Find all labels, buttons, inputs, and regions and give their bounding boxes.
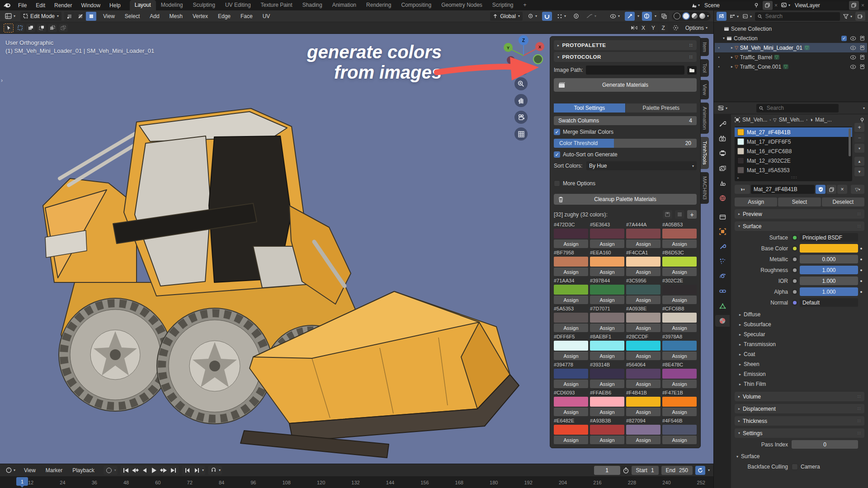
workspace-tab[interactable]: Texture Paint [256,0,297,10]
timeline-editor-icon[interactable]: ▾ [4,466,18,475]
collapsed-panel-header[interactable]: ▸Volume∷ [735,392,864,401]
disable-render-camera-icon[interactable] [859,64,865,69]
image-path-input[interactable] [586,66,684,75]
swatch-assign-button[interactable]: Assign [626,239,660,248]
fake-user-shield-icon[interactable] [816,185,826,194]
workspace-tab[interactable]: Shading [297,0,327,10]
sync-dropdown-arrow[interactable]: ▾ [708,468,710,472]
viewlayer-name-field[interactable]: ViewLayer [792,1,847,9]
outliner-search[interactable] [755,12,840,21]
timeline-ruler[interactable]: 12 24 36 48 60 72 84 96 108 1 [0,476,713,488]
tab-modifiers[interactable] [715,240,730,252]
topbar-menu[interactable]: Edit [31,2,50,9]
swatch-assign-button[interactable]: Assign [590,324,624,332]
snap-magnet-icon[interactable] [209,467,218,474]
swatch-color[interactable] [662,313,697,323]
topbar-menu[interactable]: Render [50,2,76,9]
topbar-menu[interactable]: Window [76,2,105,9]
visibility-dropdown-icon[interactable]: ▾ [608,12,622,21]
tab-view-layer[interactable] [715,162,730,174]
frame-start-field[interactable]: Start 1 [632,466,659,475]
swatch-color[interactable] [554,257,588,267]
collection-checkbox[interactable]: ✓ [841,36,847,41]
swatch-color[interactable] [590,425,624,435]
rendered-shading-icon[interactable] [699,13,705,19]
swatch-color[interactable] [662,425,697,435]
snap-options-icon[interactable]: ▾ [555,12,568,21]
viewport-menu[interactable]: Edge [214,13,234,19]
swatch-color[interactable] [590,257,624,267]
swatch-color[interactable] [590,285,624,295]
shader-subsection[interactable]: ▸Thin Film [735,379,864,389]
material-preview-icon[interactable] [692,13,698,19]
protopalette-panel-header[interactable]: ▸ PROTOPALETTE ∷ [554,40,697,50]
swatch-assign-button[interactable]: Assign [554,408,588,416]
mode-dropdown[interactable]: Edit Mode ▾ [20,12,61,21]
sidebar-tab[interactable]: TrinhTools [701,137,709,169]
current-frame-field[interactable]: 1 [594,466,620,475]
workspace-tab[interactable]: Scripting [487,0,519,10]
swatch-assign-button[interactable]: Assign [590,239,624,248]
collapsed-panel-header[interactable]: ▸Displacement∷ [735,404,864,413]
sidebar-tab[interactable]: MACHIN3 [701,172,709,204]
settings-panel-header[interactable]: ▾Settings∷ [735,428,864,438]
surface-panel-header[interactable]: ▾Surface∷ [735,221,864,231]
viewport-menu[interactable]: Face [237,13,256,19]
palette-list-icon[interactable] [675,210,684,219]
play-reverse-button[interactable] [141,467,149,474]
material-slot-row[interactable]: Mat_27_#F4B41B [735,127,852,137]
face-select-icon[interactable] [86,12,96,21]
pin-icon[interactable] [754,3,759,8]
unlink-material-icon[interactable]: × [837,185,847,194]
viewport-menu[interactable]: View [99,13,118,19]
camera-view-icon[interactable] [514,111,528,124]
tab-object-data[interactable] [715,300,730,312]
new-collection-icon[interactable] [855,12,865,21]
swatch-color[interactable] [662,229,697,239]
timeline-menu[interactable]: View [20,467,39,474]
wireframe-shading-icon[interactable] [674,13,680,19]
swatch-assign-button[interactable]: Assign [626,408,660,416]
swatch-assign-button[interactable]: Assign [662,296,697,304]
swatch-assign-button[interactable]: Assign [590,296,624,304]
expand-icon[interactable]: ▸ [731,55,733,59]
scene-name-field[interactable]: Scene [702,1,761,9]
save-palette-icon[interactable] [663,210,672,219]
swatch-color[interactable] [590,229,624,239]
color-threshold-slider[interactable]: Color Threshold 20 [554,139,697,148]
filter-funnel-icon[interactable]: ▾ [842,12,853,21]
timeline-menu[interactable]: Playback [69,467,98,474]
properties-search-input[interactable] [766,104,836,112]
orientation-dropdown[interactable]: Global ▾ [490,12,523,21]
play-button[interactable] [150,467,159,474]
viewport-menu[interactable]: Vertex [189,13,212,19]
sidebar-tab[interactable]: Item [701,38,709,56]
swatch-assign-button[interactable]: Assign [662,352,697,360]
swatch-color[interactable] [626,369,660,379]
swatch-color[interactable] [626,425,660,435]
workspace-tab[interactable]: UV Editing [220,0,256,10]
collapsed-panel-header[interactable]: ▸Thickness∷ [735,416,864,426]
swatch-assign-button[interactable]: Assign [590,267,624,276]
outliner-object-row[interactable]: • ▸ ▽ Traffic_Barrel ▽ [715,52,867,62]
swatch-color[interactable] [662,369,697,379]
hide-eye-icon[interactable] [850,65,856,69]
overlays-dropdown-arrow[interactable]: ▾ [655,14,656,18]
viewport-menu[interactable]: UV [259,13,274,19]
overlays-toggle-icon[interactable] [642,12,652,21]
hide-eye-icon[interactable] [850,55,856,60]
zoom-icon[interactable] [514,77,528,90]
surface-sub-panel-header[interactable]: ▾Surface [735,451,864,461]
proportional-edit-icon[interactable] [571,12,581,21]
expand-icon[interactable]: ▸ [731,65,733,69]
protocolor-panel-header[interactable]: ▾ PROTOCOLOR ∷ [554,52,697,62]
swatch-assign-button[interactable]: Assign [590,436,624,444]
sync-playback-icon[interactable] [695,466,705,475]
editor-type-icon[interactable]: ▾ [3,12,18,21]
tab-object[interactable] [715,225,730,237]
swatch-color[interactable] [554,341,588,351]
edge-select-icon[interactable] [75,12,85,21]
collapse-icon[interactable]: ▾ [723,36,725,40]
breadcrumb-data[interactable]: SM_Veh... [779,117,804,123]
mesh-filter-icon[interactable]: ▽▾ [851,185,864,194]
